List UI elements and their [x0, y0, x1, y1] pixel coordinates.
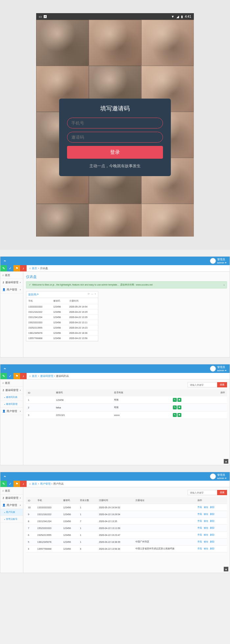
toolbar-btn-3[interactable]: ⚑ — [13, 373, 20, 379]
table-row[interactable]: 51381234567812345612020-04-22 18:38:39中国… — [26, 539, 227, 545]
table-cell: 123456 — [51, 331, 67, 336]
home-icon: ⌂ — [29, 267, 31, 270]
op-link[interactable]: 删除 — [210, 527, 215, 529]
sidebar-item[interactable]: 👤用户管理▾ — [0, 502, 23, 509]
op-link[interactable]: 删除 — [210, 534, 215, 536]
op-link[interactable]: 查看 — [197, 534, 202, 536]
delete-icon[interactable]: ✖ — [177, 398, 181, 402]
table-row[interactable]: 155233333331234562020-04-22 13:11 — [26, 320, 98, 325]
search-button[interactable]: 搜索 — [217, 382, 227, 387]
edit-icon[interactable]: ✎ — [173, 413, 177, 417]
scroll-top-button[interactable]: ▲ — [224, 459, 228, 464]
header-user[interactable]: 管理员admin ▾ — [210, 365, 226, 372]
toolbar-btn-3[interactable]: ⚑ — [13, 481, 20, 487]
table-row[interactable]: 101333333333312345612020-05-29 19:54:52查… — [26, 504, 227, 511]
toolbar-btn-2[interactable]: ✓ — [7, 265, 13, 271]
phone-input[interactable] — [67, 118, 163, 128]
op-link[interactable]: 查看 — [197, 547, 202, 550]
edit-icon[interactable]: ✎ — [173, 398, 177, 402]
sidebar-item[interactable]: •用户列表 — [0, 509, 23, 516]
sidebar-item[interactable]: 👤用户管理▾ — [0, 408, 23, 415]
admin-invite-panel: ❧ 管理员admin ▾ ✎ ✓ ⚑ ♪ ⌂ 首页 › 邀请码管理 › 邀请码列… — [0, 364, 230, 465]
table-row[interactable]: 133333333331234562020-05-29 19:54 — [26, 304, 98, 310]
bc-parent[interactable]: 用户管理 — [40, 482, 51, 486]
toolbar-btn-2[interactable]: ✓ — [7, 373, 13, 379]
toolbar-btn-3[interactable]: ⚑ — [13, 265, 20, 271]
invite-code-input[interactable] — [67, 132, 163, 143]
table-row[interactable]: 152123412341234562020-04-22 13:35 — [26, 315, 98, 320]
code-icon: ⚷ — [2, 496, 4, 499]
op-link[interactable]: 删除 — [210, 513, 215, 515]
search-input[interactable] — [188, 490, 217, 495]
table-cell: 7 — [26, 525, 35, 532]
table-row[interactable]: 81521234123413345672020-04-22 13:35查看 修改… — [26, 518, 227, 525]
sidebar-item[interactable]: •邀请码新增 — [0, 401, 23, 408]
toolbar-btn-1[interactable]: ✎ — [0, 481, 7, 487]
op-link[interactable]: 修改 — [204, 547, 208, 550]
minimize-icon[interactable]: — — [91, 293, 93, 296]
op-link[interactable]: 查看 — [197, 513, 202, 515]
sidebar-item[interactable]: ⌂首页 — [0, 380, 23, 387]
table-row[interactable]: 152522135551234562020-04-22 19:23 — [26, 325, 98, 331]
op-link[interactable]: 查看 — [197, 506, 202, 508]
op-link[interactable]: 查看 — [197, 540, 202, 543]
photo-tile — [36, 20, 89, 66]
search-input[interactable] — [188, 382, 217, 387]
sidebar-item[interactable]: ⌂首页 — [0, 487, 23, 494]
mobile-app-section: ▭ A ▼ ◢ ▮ 4:41 — [0, 0, 230, 250]
toolbar-btn-4[interactable]: ♪ — [20, 481, 27, 487]
close-icon[interactable]: × — [95, 293, 96, 296]
sidebar-item[interactable]: •管理员账号 — [0, 516, 23, 523]
table-row[interactable]: 32231321xxxxx✎✖ — [26, 411, 227, 419]
table-row[interactable]: 61525221355512345612020-04-22 19:23:47查看… — [26, 532, 227, 539]
op-link[interactable]: 修改 — [204, 513, 208, 515]
alert-close-icon[interactable]: × — [223, 284, 225, 286]
op-link[interactable]: 删除 — [210, 547, 215, 550]
edit-icon[interactable]: ✎ — [173, 405, 177, 409]
op-link[interactable]: 修改 — [204, 540, 208, 543]
table-row[interactable]: 71552333333312345612020-04-22 13:11:09查看… — [26, 525, 227, 532]
table-row[interactable]: 152121622221234562020-04-22 19:29 — [26, 310, 98, 315]
scroll-top-button[interactable]: ▲ — [224, 567, 228, 571]
sidebar-item[interactable]: ⚷邀请码管理▾ — [0, 494, 23, 502]
toolbar-btn-1[interactable]: ✎ — [0, 373, 7, 379]
sidebar-item[interactable]: 👤用户管理▾ — [0, 286, 23, 293]
op-link[interactable]: 修改 — [204, 534, 208, 536]
refresh-icon[interactable]: ⟳ — [88, 293, 90, 296]
op-link[interactable]: 修改 — [204, 527, 208, 529]
op-link[interactable]: 删除 — [210, 520, 215, 522]
table-row[interactable]: 41355776666812345662020-04-22 13:56:36中国… — [26, 545, 227, 552]
sidebar-item[interactable]: ⌂首页 — [0, 272, 23, 279]
login-button[interactable]: 登录 — [67, 146, 163, 159]
toolbar-btn-1[interactable]: ✎ — [0, 265, 7, 271]
op-link[interactable]: 修改 — [204, 520, 208, 522]
op-link[interactable]: 删除 — [210, 506, 215, 508]
bc-home[interactable]: 首页 — [32, 482, 37, 486]
bc-parent[interactable]: 邀请码管理 — [40, 374, 53, 378]
table-row[interactable]: 1123456有效✎✖ — [26, 396, 227, 404]
toolbar-btn-2[interactable]: ✓ — [7, 481, 13, 487]
sidebar-item[interactable]: ⚷邀请码管理▾ — [0, 279, 23, 286]
op-link[interactable]: 查看 — [197, 520, 202, 522]
bc-home[interactable]: 首页 — [32, 266, 37, 270]
header-user[interactable]: 管理员admin ▾ — [210, 473, 226, 480]
toolbar-btn-4[interactable]: ♪ — [20, 265, 27, 271]
op-link[interactable]: 删除 — [210, 540, 215, 543]
header-user[interactable]: 管理员admin ▾ — [210, 258, 226, 264]
bc-home[interactable]: 首页 — [32, 374, 37, 378]
op-link[interactable]: 修改 — [204, 506, 208, 508]
delete-icon[interactable]: ✖ — [177, 405, 181, 409]
table-cell: 123456 — [51, 320, 67, 325]
table-row[interactable]: 135577666681234562020-04-22 13:56 — [26, 336, 98, 341]
search-button[interactable]: 搜索 — [217, 490, 227, 495]
delete-icon[interactable]: ✖ — [177, 413, 181, 417]
sidebar-item[interactable]: •邀请码列表 — [0, 394, 23, 401]
sidebar-item[interactable]: ⚷邀请码管理▾ — [0, 387, 23, 394]
table-row[interactable]: 2fafsa有效✎✖ — [26, 404, 227, 411]
main-content: 搜索 ID邀请码是否有效操作 1123456有效✎✖2fafsa有效✎✖3223… — [23, 380, 230, 465]
table-cell: 有效 — [112, 404, 171, 411]
table-row[interactable]: 138123456781234562020-04-22 18:36 — [26, 331, 98, 336]
table-row[interactable]: 91521216222212345612020-04-22 19:29:54查看… — [26, 511, 227, 518]
toolbar-btn-4[interactable]: ♪ — [20, 373, 27, 379]
op-link[interactable]: 查看 — [197, 527, 202, 529]
